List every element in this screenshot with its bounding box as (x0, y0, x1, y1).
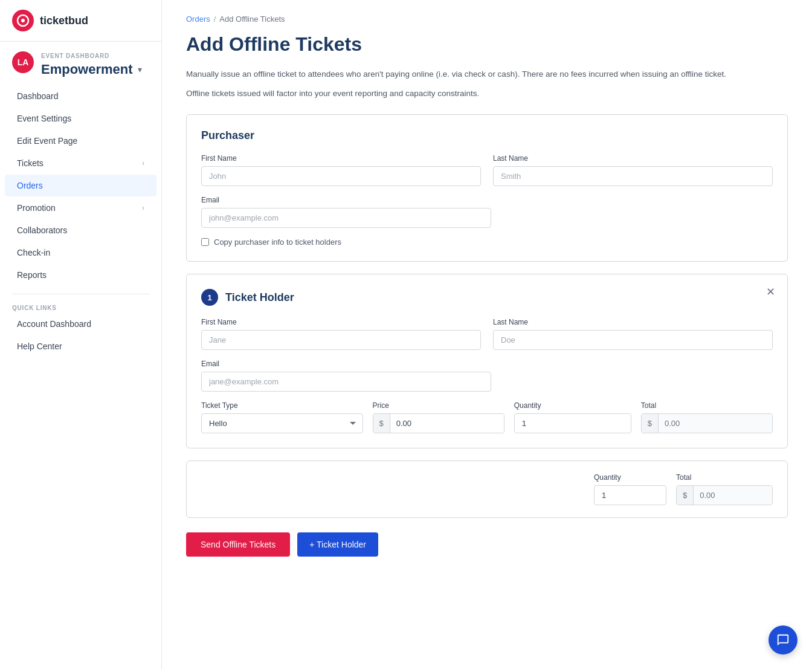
total-input (659, 414, 772, 433)
total-prefix: $ (642, 414, 659, 433)
purchaser-email-group: Email (201, 196, 491, 228)
sidebar-header: ticketbud (0, 0, 161, 42)
ticket-holder-last-name-group: Last Name (493, 318, 773, 350)
add-ticket-holder-button[interactable]: + Ticket Holder (297, 532, 378, 557)
sidebar-item-edit-event-page[interactable]: Edit Event Page (5, 130, 156, 152)
quantity-group: Quantity (514, 401, 631, 433)
event-dashboard-label: EVENT DASHBOARD (41, 53, 142, 62)
purchaser-card-title: Purchaser (201, 129, 773, 142)
quantity-input[interactable] (514, 413, 631, 433)
price-label: Price (373, 401, 504, 410)
sidebar-item-event-settings[interactable]: Event Settings (5, 108, 156, 129)
total-group: Total $ (641, 401, 773, 433)
summary-quantity-group: Quantity (594, 473, 666, 505)
ticket-holder-email-label: Email (201, 360, 491, 368)
ticket-type-row: Ticket Type Hello Price $ Quantity Total (201, 401, 773, 433)
send-offline-tickets-button[interactable]: Send Offline Tickets (186, 532, 290, 557)
event-title-row[interactable]: Empowerment ▾ (41, 62, 142, 77)
page-title: Add Offline Tickets (186, 33, 788, 56)
breadcrumb: Orders / Add Offline Tickets (186, 15, 788, 24)
ticket-type-group: Ticket Type Hello (201, 401, 363, 433)
breadcrumb-current: Add Offline Tickets (219, 15, 285, 24)
price-input[interactable] (390, 414, 504, 433)
ticket-holder-first-name-label: First Name (201, 318, 481, 326)
summary-total-prefix: $ (677, 486, 694, 505)
ticket-type-select[interactable]: Hello (201, 413, 363, 433)
breadcrumb-separator: / (214, 15, 216, 24)
sidebar-item-reports[interactable]: Reports (5, 264, 156, 286)
purchaser-first-name-input[interactable] (201, 166, 481, 186)
purchaser-first-name-group: First Name (201, 154, 481, 186)
ticketbud-logo-icon (12, 10, 34, 31)
ticket-holder-name-row: First Name Last Name (201, 318, 773, 350)
summary-total-group: Total $ (676, 473, 773, 505)
sidebar-item-orders[interactable]: Orders (5, 175, 156, 196)
logo-text: ticketbud (40, 15, 88, 27)
summary-card: Quantity Total $ (186, 461, 788, 518)
purchaser-last-name-input[interactable] (493, 166, 773, 186)
sidebar-item-help-center[interactable]: Help Center (5, 335, 156, 357)
action-buttons-row: Send Offline Tickets + Ticket Holder (186, 532, 788, 557)
summary-quantity-label: Quantity (594, 473, 666, 482)
price-input-container: $ (373, 413, 504, 433)
purchaser-first-name-label: First Name (201, 154, 481, 163)
description-text-2: Offline tickets issued will factor into … (186, 87, 788, 100)
summary-quantity-input[interactable] (594, 485, 666, 505)
ticket-holder-last-name-input[interactable] (493, 330, 773, 350)
copy-info-row: Copy purchaser info to ticket holders (201, 238, 773, 247)
svg-point-2 (21, 19, 25, 22)
ticket-holder-badge: 1 (201, 289, 218, 306)
sidebar-divider (12, 294, 149, 294)
copy-info-checkbox[interactable] (201, 238, 209, 246)
ticket-holder-close-button[interactable]: ✕ (766, 286, 775, 297)
purchaser-email-input[interactable] (201, 208, 491, 228)
sidebar-item-collaborators[interactable]: Collaborators (5, 219, 156, 241)
purchaser-card: Purchaser First Name Last Name Email Cop… (186, 114, 788, 262)
sidebar: ticketbud LA EVENT DASHBOARD Empowerment… (0, 0, 162, 669)
ticket-holder-card: ✕ 1 Ticket Holder First Name Last Name E… (186, 274, 788, 448)
event-title-chevron-icon: ▾ (138, 65, 142, 74)
summary-total-input (694, 486, 773, 505)
ticket-holder-last-name-label: Last Name (493, 318, 773, 326)
sidebar-item-promotion[interactable]: Promotion › (5, 197, 156, 219)
ticket-holder-first-name-input[interactable] (201, 330, 481, 350)
purchaser-last-name-label: Last Name (493, 154, 773, 163)
quantity-label: Quantity (514, 401, 631, 410)
chat-icon (776, 633, 790, 647)
copy-info-label: Copy purchaser info to ticket holders (214, 238, 341, 247)
summary-total-container: $ (676, 485, 773, 505)
user-avatar: LA (12, 51, 34, 73)
total-input-container: $ (641, 413, 773, 433)
sidebar-item-tickets[interactable]: Tickets › (5, 152, 156, 174)
summary-total-label: Total (676, 473, 773, 482)
purchaser-email-label: Email (201, 196, 491, 204)
main-content: Orders / Add Offline Tickets Add Offline… (162, 0, 812, 669)
ticket-holder-email-input[interactable] (201, 372, 491, 392)
ticket-holder-title: Ticket Holder (225, 291, 294, 304)
tickets-chevron-icon: › (142, 159, 144, 167)
sidebar-item-account-dashboard[interactable]: Account Dashboard (5, 313, 156, 335)
total-label: Total (641, 401, 773, 410)
breadcrumb-orders-link[interactable]: Orders (186, 15, 210, 24)
ticket-holder-header: 1 Ticket Holder (201, 289, 773, 306)
ticket-type-label: Ticket Type (201, 401, 363, 410)
promotion-chevron-icon: › (142, 204, 144, 212)
sidebar-item-dashboard[interactable]: Dashboard (5, 85, 156, 107)
price-prefix: $ (373, 414, 390, 433)
ticket-holder-first-name-group: First Name (201, 318, 481, 350)
chat-bubble-button[interactable] (768, 625, 798, 654)
event-title: Empowerment (41, 62, 133, 77)
sidebar-item-check-in[interactable]: Check-in (5, 242, 156, 263)
purchaser-last-name-group: Last Name (493, 154, 773, 186)
purchaser-name-row: First Name Last Name (201, 154, 773, 186)
ticket-holder-email-group: Email (201, 360, 491, 392)
description-text-1: Manually issue an offline ticket to atte… (186, 68, 788, 81)
summary-row: Quantity Total $ (201, 473, 773, 505)
price-group: Price $ (373, 401, 504, 433)
